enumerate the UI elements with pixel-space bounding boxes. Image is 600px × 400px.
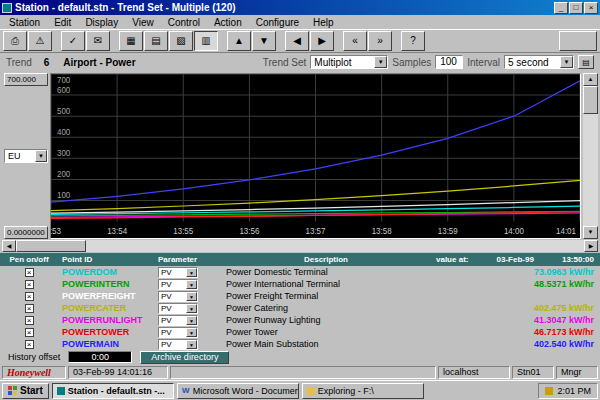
alarm-page-button[interactable]: ⚠ bbox=[28, 31, 52, 51]
trend-header: Trend 6 Airport - Power Trend Set Multip… bbox=[0, 53, 600, 71]
y-axis-tick-label: 400 bbox=[57, 128, 71, 137]
close-button[interactable]: × bbox=[584, 2, 598, 14]
taskbar-task[interactable]: WMicrosoft Word - Document1 bbox=[177, 383, 299, 399]
pen-checkbox[interactable]: × bbox=[25, 328, 34, 337]
titlebar[interactable]: Station - default.stn - Trend Set - Mult… bbox=[0, 0, 600, 15]
menu-station[interactable]: Station bbox=[2, 17, 47, 28]
page-up-button[interactable]: ▲ bbox=[227, 31, 251, 51]
chevron-down-icon[interactable]: ▼ bbox=[374, 56, 387, 68]
parameter-select[interactable]: PV▼ bbox=[158, 267, 198, 278]
trend-set-select[interactable]: Multiplot ▼ bbox=[310, 55, 388, 69]
chevron-down-icon[interactable]: ▼ bbox=[35, 150, 47, 162]
parameter-select[interactable]: PV▼ bbox=[158, 315, 198, 326]
y-axis-tick-label: 300 bbox=[57, 149, 71, 158]
maximize-button[interactable]: □ bbox=[569, 2, 583, 14]
overview-display-button[interactable]: ▦ bbox=[119, 31, 143, 51]
horizontal-scrollbar[interactable]: ◀ ▶ bbox=[2, 240, 598, 252]
taskbar-task[interactable]: Station - default.stn -... bbox=[52, 383, 174, 399]
pen-checkbox[interactable]: × bbox=[25, 292, 34, 301]
scrollbar-thumb[interactable] bbox=[16, 240, 86, 252]
y-min-box[interactable]: 0.0000000 bbox=[4, 226, 48, 239]
page-down-button[interactable]: ▼ bbox=[252, 31, 276, 51]
menu-edit[interactable]: Edit bbox=[47, 17, 78, 28]
pen-checkbox[interactable]: × bbox=[25, 316, 34, 325]
start-button[interactable]: Start bbox=[2, 383, 49, 399]
tray-icon[interactable] bbox=[545, 387, 553, 395]
parameter-value: PV bbox=[161, 328, 172, 337]
legend-row-powertower: ×POWERTOWERPV▼Power Tower46.7173 kW/hr bbox=[0, 326, 600, 338]
trend-title: Airport - Power bbox=[63, 57, 135, 68]
vertical-scrollbar[interactable]: ▲ ▼ bbox=[583, 73, 598, 239]
eu-unit-select[interactable]: EU ▼ bbox=[4, 149, 48, 163]
point-id: POWERMAIN bbox=[58, 339, 158, 349]
point-value: 402.540 kW/hr bbox=[430, 339, 600, 349]
legend-header-row: Pen on/off Point ID Parameter Descriptio… bbox=[0, 253, 600, 266]
taskbar: Start Station - default.stn -...WMicroso… bbox=[0, 380, 600, 400]
detail-display-button[interactable]: ▧ bbox=[169, 31, 193, 51]
pen-checkbox[interactable]: × bbox=[25, 268, 34, 277]
scrollbar-thumb[interactable] bbox=[583, 86, 598, 114]
fast-back-button[interactable]: « bbox=[343, 31, 367, 51]
scrollbar-track[interactable] bbox=[583, 114, 598, 226]
taskbar-task[interactable]: Exploring - F:\ bbox=[302, 383, 424, 399]
pen-checkbox[interactable]: × bbox=[25, 340, 34, 349]
point-description: Power Runway Lighting bbox=[222, 315, 430, 325]
next-display-button[interactable]: ▶ bbox=[310, 31, 334, 51]
chevron-down-icon[interactable]: ▼ bbox=[186, 280, 197, 289]
pen-checkbox[interactable]: × bbox=[25, 280, 34, 289]
status-message-zone bbox=[170, 366, 436, 379]
chevron-down-icon[interactable]: ▼ bbox=[560, 56, 573, 68]
toolbar-separator bbox=[219, 31, 226, 51]
previous-display-button[interactable]: ◀ bbox=[285, 31, 309, 51]
chevron-down-icon[interactable]: ▼ bbox=[186, 316, 197, 325]
chevron-down-icon[interactable]: ▼ bbox=[186, 268, 197, 277]
scrollbar-track[interactable] bbox=[86, 240, 584, 252]
message-pad-button[interactable]: ✉ bbox=[86, 31, 110, 51]
point-id: POWERTOWER bbox=[58, 327, 158, 337]
chevron-down-icon[interactable]: ▼ bbox=[186, 292, 197, 301]
value-at-time: 13:50:00 bbox=[562, 255, 594, 264]
point-id: POWERRUNLIGHT bbox=[58, 315, 158, 325]
chevron-down-icon[interactable]: ▼ bbox=[186, 328, 197, 337]
trend-display-button[interactable]: ▥ bbox=[194, 31, 218, 51]
group-display-button[interactable]: ▤ bbox=[144, 31, 168, 51]
trend-options-button[interactable]: ▤ bbox=[578, 55, 594, 69]
axis-scale-panel: 700.000 EU ▼ 0.0000000 bbox=[2, 73, 50, 239]
scroll-left-icon[interactable]: ◀ bbox=[2, 240, 16, 252]
chevron-down-icon[interactable]: ▼ bbox=[186, 340, 197, 349]
menu-action[interactable]: Action bbox=[207, 17, 249, 28]
x-axis-tick-label: 14:01 bbox=[556, 227, 576, 236]
parameter-select[interactable]: PV▼ bbox=[158, 339, 198, 350]
parameter-select[interactable]: PV▼ bbox=[158, 291, 198, 302]
history-offset-field[interactable]: 0:00 bbox=[68, 351, 132, 363]
parameter-select[interactable]: PV▼ bbox=[158, 279, 198, 290]
parameter-select[interactable]: PV▼ bbox=[158, 303, 198, 314]
parameter-select[interactable]: PV▼ bbox=[158, 327, 198, 338]
samples-field[interactable]: 100 bbox=[435, 55, 463, 69]
trend-plot[interactable]: 10020030040050060070013:5313:5413:5513:5… bbox=[50, 73, 581, 239]
menu-help[interactable]: Help bbox=[306, 17, 341, 28]
point-id: POWERCATER bbox=[58, 303, 158, 313]
interval-select[interactable]: 5 second ▼ bbox=[504, 55, 574, 69]
y-max-box[interactable]: 700.000 bbox=[4, 73, 48, 86]
toolbar-separator bbox=[277, 31, 284, 51]
value-at-date: 03-Feb-99 bbox=[497, 255, 534, 264]
archive-directory-button[interactable]: Archive directory bbox=[140, 351, 229, 364]
menu-control[interactable]: Control bbox=[161, 17, 207, 28]
screen: Station - default.stn - Trend Set - Mult… bbox=[0, 0, 600, 400]
scroll-down-icon[interactable]: ▼ bbox=[583, 226, 598, 239]
acknowledge-button[interactable]: ✓ bbox=[61, 31, 85, 51]
chevron-down-icon[interactable]: ▼ bbox=[186, 304, 197, 313]
point-id: POWERDOM bbox=[58, 267, 158, 277]
pen-checkbox[interactable]: × bbox=[25, 304, 34, 313]
menu-display[interactable]: Display bbox=[78, 17, 125, 28]
toolbar-status-panel bbox=[559, 31, 597, 51]
menu-configure[interactable]: Configure bbox=[249, 17, 306, 28]
scroll-right-icon[interactable]: ▶ bbox=[584, 240, 598, 252]
minimize-button[interactable]: _ bbox=[554, 2, 568, 14]
help-button[interactable]: ? bbox=[401, 31, 425, 51]
print-button[interactable]: ⎙ bbox=[3, 31, 27, 51]
menu-view[interactable]: View bbox=[125, 17, 161, 28]
fast-forward-button[interactable]: » bbox=[368, 31, 392, 51]
scroll-up-icon[interactable]: ▲ bbox=[583, 73, 598, 86]
